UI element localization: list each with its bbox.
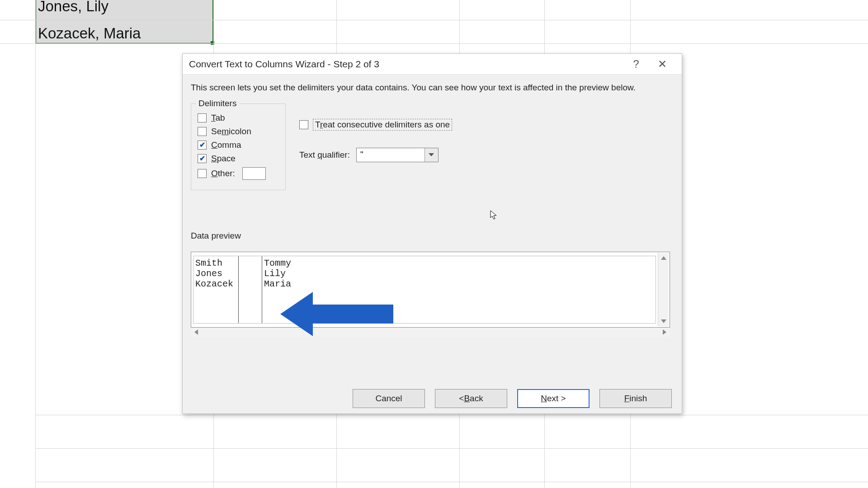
close-button[interactable]: ✕ — [649, 54, 675, 75]
text-to-columns-wizard-dialog: Convert Text to Columns Wizard - Step 2 … — [182, 53, 682, 414]
triangle-left-icon — [194, 329, 198, 335]
text-qualifier-dropdown-button[interactable] — [425, 148, 438, 162]
delimiters-group: Delimiters Tab Semicolon Comma Space — [191, 103, 286, 190]
space-label: Space — [211, 154, 236, 164]
triangle-down-icon — [661, 319, 666, 323]
treat-consecutive-checkbox[interactable] — [299, 120, 308, 129]
scroll-up-button[interactable] — [658, 253, 669, 263]
cell-a2[interactable]: Kozacek, Maria — [38, 25, 141, 42]
finish-button[interactable]: Finish — [599, 389, 672, 408]
text-qualifier-label: Text qualifier: — [299, 150, 350, 160]
help-icon: ? — [633, 58, 639, 70]
chevron-down-icon — [429, 153, 434, 156]
back-button[interactable]: < Back — [435, 389, 507, 408]
close-icon: ✕ — [658, 58, 667, 70]
help-button[interactable]: ? — [623, 54, 649, 75]
data-preview-grid[interactable]: Smith Jones Kozacek Tommy Lily Maria — [193, 256, 656, 324]
semicolon-checkbox[interactable] — [198, 127, 207, 136]
instruction-text: This screen lets you set the delimiters … — [191, 82, 674, 94]
comma-checkbox[interactable] — [198, 141, 207, 150]
text-qualifier-combo[interactable] — [356, 148, 439, 162]
next-button[interactable]: Next > — [517, 389, 590, 408]
preview-vertical-scrollbar[interactable] — [658, 253, 669, 326]
preview-col-1: Smith Jones Kozacek — [193, 256, 239, 323]
preview-col-2 — [239, 256, 262, 323]
cancel-button[interactable]: Cancel — [353, 389, 425, 408]
triangle-right-icon — [663, 329, 666, 335]
treat-consecutive-label: Treat consecutive delimiters as one — [313, 119, 452, 131]
preview-col-3: Tommy Lily Maria — [262, 256, 656, 323]
preview-horizontal-scrollbar[interactable] — [191, 327, 670, 337]
scroll-down-button[interactable] — [658, 316, 669, 326]
scroll-right-button[interactable] — [659, 328, 670, 337]
tab-checkbox[interactable] — [198, 113, 207, 122]
space-checkbox[interactable] — [198, 154, 207, 163]
text-qualifier-input[interactable] — [357, 149, 425, 160]
data-preview-label: Data preview — [191, 231, 674, 241]
dialog-titlebar[interactable]: Convert Text to Columns Wizard - Step 2 … — [183, 54, 682, 75]
delimiters-group-label: Delimiters — [196, 99, 239, 108]
other-input[interactable] — [242, 167, 266, 180]
comma-label: Comma — [211, 140, 241, 150]
scroll-left-button[interactable] — [191, 328, 202, 337]
data-preview-box: Smith Jones Kozacek Tommy Lily Maria — [191, 252, 670, 328]
dialog-title: Convert Text to Columns Wizard - Step 2 … — [189, 59, 623, 70]
semicolon-label: Semicolon — [211, 127, 251, 136]
other-label: Other: — [211, 169, 235, 178]
triangle-up-icon — [661, 256, 666, 260]
other-checkbox[interactable] — [198, 169, 207, 178]
cell-a1[interactable]: Jones, Lily — [38, 0, 108, 15]
tab-label: Tab — [211, 113, 225, 123]
wizard-button-row: Cancel < Back Next > Finish — [183, 389, 682, 408]
